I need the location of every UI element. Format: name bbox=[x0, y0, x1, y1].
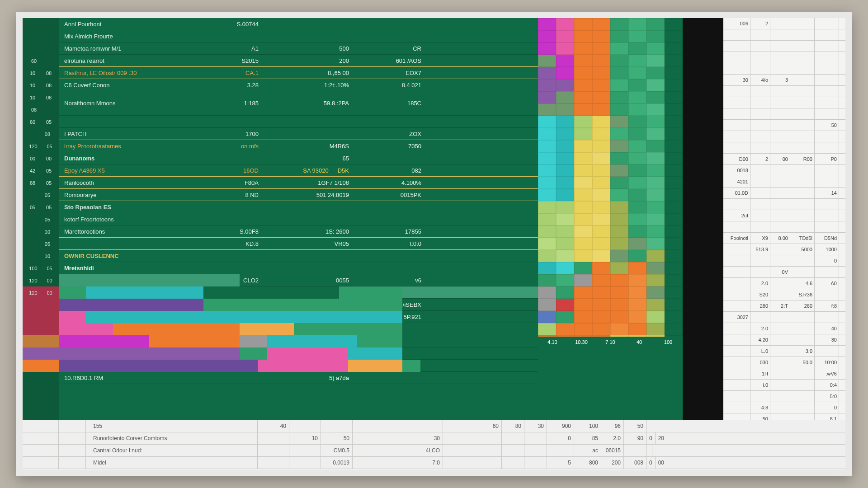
right-sheet-cell[interactable] bbox=[790, 188, 815, 198]
right-sheet-cell[interactable] bbox=[770, 188, 790, 198]
heatmap-cell[interactable] bbox=[646, 67, 665, 79]
right-sheet-cell[interactable] bbox=[723, 278, 750, 289]
right-sheet-cell[interactable] bbox=[790, 18, 815, 29]
right-sheet-cell[interactable] bbox=[815, 86, 839, 97]
heatmap-cell[interactable] bbox=[628, 103, 646, 116]
heatmap-cell[interactable] bbox=[665, 311, 683, 323]
right-sheet-cell[interactable]: TDd5i bbox=[790, 233, 815, 244]
bottom-row[interactable]: Runorfotento Corver Comtoms1050300852.09… bbox=[23, 432, 845, 445]
right-sheet-cell[interactable] bbox=[770, 312, 790, 323]
right-sheet-cell[interactable]: 30 bbox=[723, 75, 750, 85]
right-sheet-cell[interactable] bbox=[770, 41, 790, 52]
right-sheet-cell[interactable] bbox=[815, 108, 839, 119]
heatmap-cell[interactable] bbox=[574, 238, 592, 250]
right-sheet-cell[interactable] bbox=[723, 255, 750, 266]
heatmap-cell[interactable] bbox=[610, 91, 628, 103]
right-sheet-cell[interactable] bbox=[770, 18, 790, 29]
heatmap-cell[interactable] bbox=[628, 274, 646, 286]
right-sheet-cell[interactable] bbox=[723, 391, 750, 402]
heatmap-cell[interactable] bbox=[592, 79, 610, 91]
bottom-cell[interactable]: 7:0 bbox=[353, 457, 443, 469]
heatmap-cell[interactable] bbox=[610, 189, 628, 201]
right-sheet-cell[interactable]: 4.20 bbox=[750, 334, 770, 345]
right-sheet-cell[interactable]: 2.0 bbox=[750, 323, 770, 334]
heatmap-cell[interactable] bbox=[628, 140, 646, 152]
heatmap-cell[interactable] bbox=[574, 201, 592, 213]
sheet-row[interactable]: Sto Rpeaolan ES bbox=[59, 201, 538, 213]
heatmap-cell[interactable] bbox=[592, 103, 610, 116]
right-sheet-cell[interactable]: 2 bbox=[750, 18, 770, 29]
heatmap-cell[interactable] bbox=[556, 274, 574, 286]
heatmap-cell[interactable] bbox=[665, 189, 683, 201]
right-sheet-cell[interactable]: R00 bbox=[790, 154, 815, 164]
right-sheet-row[interactable] bbox=[723, 97, 845, 108]
heatmap-cell[interactable] bbox=[610, 140, 628, 152]
heatmap-cell[interactable] bbox=[538, 152, 556, 164]
heatmap-cell[interactable] bbox=[574, 250, 592, 262]
right-sheet-row[interactable] bbox=[723, 131, 845, 142]
sheet-row[interactable]: MarettorootionsS.00F81S: 260017855 bbox=[59, 225, 538, 238]
right-sheet-cell[interactable] bbox=[723, 108, 750, 119]
sheet-row[interactable]: KD.8VR05t:0.0 bbox=[59, 238, 538, 250]
right-sheet-cell[interactable]: f:8 bbox=[815, 300, 839, 311]
heatmap-cell[interactable] bbox=[646, 250, 665, 262]
right-sheet-cell[interactable] bbox=[723, 402, 750, 413]
right-sheet-cell[interactable]: 50 bbox=[815, 120, 839, 131]
heatmap-cell[interactable] bbox=[628, 177, 646, 189]
heatmap-cell[interactable] bbox=[646, 238, 665, 250]
sheet-row[interactable]: Dunanoms65 bbox=[59, 152, 538, 164]
sheet-row[interactable]: kotorf Froortotoons bbox=[59, 213, 538, 225]
bottom-cell[interactable]: 200 bbox=[601, 457, 624, 469]
right-sheet-cell[interactable] bbox=[770, 244, 790, 255]
heatmap-cell[interactable] bbox=[665, 30, 683, 42]
right-sheet-cell[interactable] bbox=[770, 97, 790, 108]
right-sheet-row[interactable]: L.03.0 bbox=[723, 346, 845, 357]
heatmap-cell[interactable] bbox=[646, 286, 665, 299]
bottom-cell[interactable]: 0.0019 bbox=[321, 457, 353, 469]
right-sheet-cell[interactable] bbox=[723, 300, 750, 311]
heatmap-cell[interactable] bbox=[538, 67, 556, 79]
heatmap-cell[interactable] bbox=[592, 116, 610, 128]
right-sheet-cell[interactable] bbox=[790, 142, 815, 153]
bottom-cell[interactable] bbox=[547, 445, 574, 456]
right-sheet-cell[interactable] bbox=[815, 267, 839, 277]
heatmap-cell[interactable] bbox=[556, 177, 574, 189]
right-sheet-cell[interactable] bbox=[770, 289, 790, 300]
right-sheet-cell[interactable] bbox=[790, 108, 815, 119]
right-sheet-cell[interactable] bbox=[723, 289, 750, 300]
right-sheet-cell[interactable]: 260 bbox=[790, 300, 815, 311]
right-sheet-cell[interactable] bbox=[790, 368, 815, 379]
heatmap-cell[interactable] bbox=[592, 201, 610, 213]
right-sheet-cell[interactable] bbox=[790, 391, 815, 402]
right-sheet-cell[interactable] bbox=[815, 131, 839, 142]
heatmap-cell[interactable] bbox=[646, 152, 665, 164]
right-sheet-cell[interactable] bbox=[770, 210, 790, 221]
right-sheet-cell[interactable] bbox=[750, 255, 770, 266]
heatmap-cell[interactable] bbox=[556, 311, 574, 323]
right-sheet-cell[interactable] bbox=[815, 312, 839, 323]
right-sheet-row[interactable] bbox=[723, 108, 845, 120]
right-sheet-cell[interactable] bbox=[790, 63, 815, 74]
right-sheet-cell[interactable] bbox=[815, 29, 839, 40]
heatmap-cell[interactable] bbox=[665, 103, 683, 116]
right-sheet-cell[interactable] bbox=[723, 97, 750, 108]
heatmap-cell[interactable] bbox=[628, 30, 646, 42]
heatmap-cell[interactable] bbox=[556, 55, 574, 67]
heatmap-cell[interactable] bbox=[628, 262, 646, 274]
heatmap-cell[interactable] bbox=[592, 30, 610, 42]
right-sheet-cell[interactable]: 30 bbox=[815, 334, 839, 345]
heatmap-cell[interactable] bbox=[556, 42, 574, 55]
right-sheet-cell[interactable] bbox=[750, 142, 770, 153]
heatmap-cell[interactable] bbox=[592, 42, 610, 55]
right-sheet-cell[interactable]: 4201 bbox=[723, 176, 750, 187]
right-sheet-cell[interactable] bbox=[723, 120, 750, 131]
sheet-row[interactable]: OWNIR CUSLENNC bbox=[59, 250, 538, 262]
heatmap-cell[interactable] bbox=[538, 116, 556, 128]
heatmap-cell[interactable] bbox=[628, 225, 646, 238]
heatmap-cell[interactable] bbox=[592, 213, 610, 225]
heatmap-cell[interactable] bbox=[665, 79, 683, 91]
right-sheet-row[interactable]: 2uf bbox=[723, 210, 845, 221]
heatmap-cell[interactable] bbox=[592, 189, 610, 201]
heatmap-cell[interactable] bbox=[592, 311, 610, 323]
heatmap-cell[interactable] bbox=[646, 30, 665, 42]
